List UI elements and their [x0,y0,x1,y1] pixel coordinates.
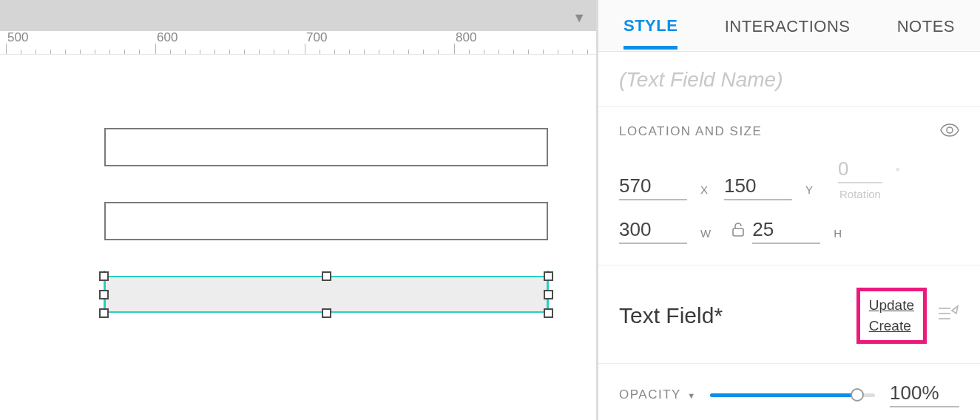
resize-handle[interactable] [544,271,553,281]
resize-handle[interactable] [322,271,331,281]
create-style-link[interactable]: Create [869,318,914,334]
degree-symbol: ° [896,166,900,183]
section-title: LOCATION AND SIZE [619,124,762,139]
tab-interactions[interactable]: INTERACTIONS [725,2,851,50]
update-style-link[interactable]: Update [869,297,914,314]
opacity-slider[interactable] [710,387,875,402]
inspector-panel: STYLE INTERACTIONS NOTES (Text Field Nam… [596,0,980,420]
dropdown-icon[interactable]: ▼ [572,10,586,26]
svg-rect-1 [733,228,743,236]
visibility-icon[interactable] [940,123,959,140]
rotation-value[interactable]: 0 [838,158,882,183]
resize-handle[interactable] [99,308,109,318]
rotation-label: Rotation [839,188,881,200]
widget-type-label: Text Field* [619,303,723,328]
height-label: H [834,227,842,244]
canvas[interactable]: ▼ 500 600 700 800 [0,0,596,420]
opacity-value[interactable]: 100% [890,382,959,407]
opacity-row: OPACITY ▼ 100% [598,364,980,420]
tab-style[interactable]: STYLE [624,1,677,50]
slider-thumb[interactable] [851,388,864,402]
tab-notes[interactable]: NOTES [897,2,955,50]
lock-aspect-icon[interactable] [731,222,745,240]
widget-name-placeholder: (Text Field Name) [619,68,783,91]
horizontal-ruler: 500 600 700 800 [0,31,596,55]
resize-handle[interactable] [99,271,109,281]
widget-rectangle[interactable] [104,202,548,240]
ruler-label: 800 [456,31,476,45]
resize-handle[interactable] [322,308,331,318]
x-label: X [700,183,708,200]
y-field[interactable]: 150 Y [724,175,819,200]
y-value[interactable]: 150 [724,175,792,200]
svg-point-0 [947,127,953,133]
x-field[interactable]: 570 X [619,175,714,200]
resize-handle[interactable] [544,290,553,299]
canvas-top-bar: ▼ [0,0,596,31]
ruler-label: 700 [306,31,327,45]
ruler-label: 500 [7,31,28,45]
dropdown-arrow-icon[interactable]: ▼ [687,391,695,400]
y-label: Y [805,183,813,200]
resize-handle[interactable] [544,308,553,318]
height-value[interactable]: 25 [752,218,820,244]
location-size-section: LOCATION AND SIZE 570 X 150 Y 0 ° [598,107,980,265]
widget-name-field[interactable]: (Text Field Name) [598,52,980,107]
width-value[interactable]: 300 [619,218,687,244]
manage-styles-icon[interactable] [937,305,959,327]
panel-tabs: STYLE INTERACTIONS NOTES [598,0,980,52]
selected-text-field[interactable] [104,276,548,313]
widget-type-row: Text Field* Update Create [598,265,980,364]
x-value[interactable]: 570 [619,175,687,200]
height-field[interactable]: 25 H [752,218,848,244]
ruler-label: 600 [157,31,178,45]
highlighted-actions: Update Create [856,288,927,344]
width-label: W [700,227,711,244]
rotation-field[interactable]: 0 ° Rotation [838,158,900,200]
opacity-label[interactable]: OPACITY ▼ [619,387,695,402]
width-field[interactable]: 300 W [619,218,717,244]
widget-rectangle[interactable] [104,128,548,166]
resize-handle[interactable] [99,290,109,299]
